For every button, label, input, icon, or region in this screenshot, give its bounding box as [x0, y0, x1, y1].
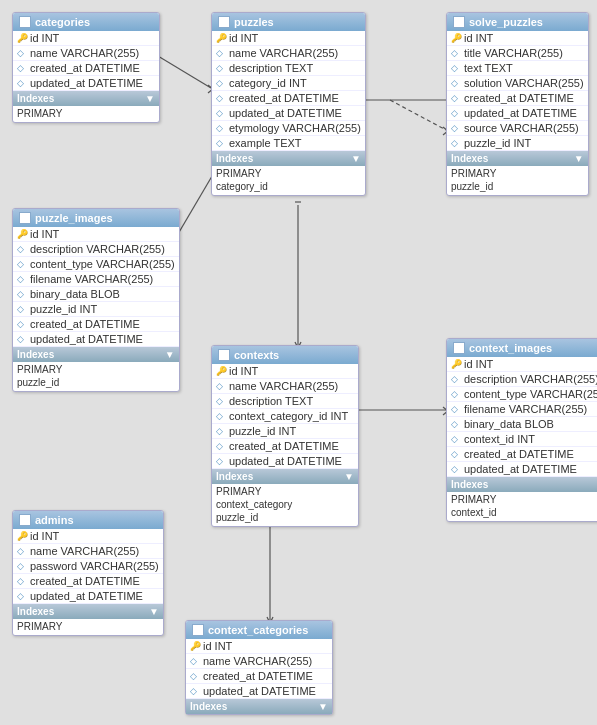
indexes-arrow: ▼	[344, 471, 354, 482]
diamond-icon: ◇	[190, 686, 200, 696]
diamond-icon: ◇	[451, 48, 461, 58]
field-row: ◇ name VARCHAR(255)	[13, 46, 159, 61]
indexes-label: Indexes	[451, 479, 488, 490]
table-title-solve-puzzles: solve_puzzles	[469, 16, 543, 28]
field-row: ◇ name VARCHAR(255)	[212, 379, 358, 394]
table-header-contexts: contexts	[212, 346, 358, 364]
indexes-arrow: ▼	[318, 701, 328, 712]
field-row: ◇ text TEXT	[447, 61, 588, 76]
table-icon-solve-puzzles	[453, 16, 465, 28]
field-name: updated_at DATETIME	[30, 590, 143, 602]
field-name: created_at DATETIME	[203, 670, 313, 682]
field-row: ◇ updated_at DATETIME	[13, 76, 159, 91]
field-row: ◇ example TEXT	[212, 136, 365, 151]
field-row: ◇ category_id INT	[212, 76, 365, 91]
indexes-header: Indexes ▼	[13, 604, 163, 619]
diamond-icon: ◇	[17, 259, 27, 269]
field-row: ◇ name VARCHAR(255)	[13, 544, 163, 559]
field-row: ◇ etymology VARCHAR(255)	[212, 121, 365, 136]
diamond-icon: ◇	[17, 561, 27, 571]
field-row: 🔑 id INT	[212, 31, 365, 46]
diamond-icon: ◇	[190, 671, 200, 681]
table-body-contexts: 🔑 id INT ◇ name VARCHAR(255) ◇ descripti…	[212, 364, 358, 526]
field-name: id INT	[229, 32, 258, 44]
field-row: 🔑 id INT	[13, 227, 179, 242]
field-name: source VARCHAR(255)	[464, 122, 579, 134]
field-row: 🔑 id INT	[186, 639, 332, 654]
indexes-body: PRIMARY context_category puzzle_id	[212, 484, 358, 526]
indexes-body: PRIMARY category_id	[212, 166, 365, 195]
field-row: ◇ updated_at DATETIME	[186, 684, 332, 699]
field-row: ◇ context_category_id INT	[212, 409, 358, 424]
index-row: puzzle_id	[17, 376, 175, 389]
table-header-context-images: context_images	[447, 339, 597, 357]
field-row: ◇ content_type VARCHAR(255)	[13, 257, 179, 272]
field-name: updated_at DATETIME	[464, 463, 577, 475]
field-row: ◇ puzzle_id INT	[13, 302, 179, 317]
indexes-label: Indexes	[216, 153, 253, 164]
index-row: PRIMARY	[17, 107, 155, 120]
field-name: name VARCHAR(255)	[229, 380, 338, 392]
table-categories: categories 🔑 id INT ◇ name VARCHAR(255) …	[12, 12, 160, 123]
indexes-body: PRIMARY puzzle_id	[13, 362, 179, 391]
field-name: filename VARCHAR(255)	[464, 403, 587, 415]
field-name: created_at DATETIME	[229, 440, 339, 452]
diamond-icon: ◇	[17, 48, 27, 58]
field-name: created_at DATETIME	[30, 575, 140, 587]
field-name: description TEXT	[229, 395, 313, 407]
field-name: description VARCHAR(255)	[30, 243, 165, 255]
field-row: ◇ created_at DATETIME	[212, 439, 358, 454]
field-name: created_at DATETIME	[464, 92, 574, 104]
diamond-icon: ◇	[17, 546, 27, 556]
diamond-icon: ◇	[17, 319, 27, 329]
field-row: ◇ name VARCHAR(255)	[186, 654, 332, 669]
key-icon: 🔑	[17, 229, 27, 239]
indexes-arrow: ▼	[149, 606, 159, 617]
field-row: ◇ updated_at DATETIME	[212, 454, 358, 469]
indexes-body: PRIMARY puzzle_id	[447, 166, 588, 195]
field-row: ◇ updated_at DATETIME	[212, 106, 365, 121]
diamond-icon: ◇	[451, 434, 461, 444]
diamond-icon: ◇	[451, 464, 461, 474]
field-name: text TEXT	[464, 62, 513, 74]
diamond-icon: ◇	[17, 591, 27, 601]
field-name: name VARCHAR(255)	[30, 47, 139, 59]
table-icon-puzzle-images	[19, 212, 31, 224]
field-row: ◇ created_at DATETIME	[13, 61, 159, 76]
field-row: ◇ description TEXT	[212, 394, 358, 409]
field-name: puzzle_id INT	[30, 303, 97, 315]
table-header-context-categories: context_categories	[186, 621, 332, 639]
table-title-contexts: contexts	[234, 349, 279, 361]
indexes-arrow: ▼	[145, 93, 155, 104]
diamond-icon: ◇	[451, 63, 461, 73]
indexes-label: Indexes	[216, 471, 253, 482]
indexes-arrow: ▼	[165, 349, 175, 360]
field-row: ◇ context_id INT	[447, 432, 597, 447]
field-name: password VARCHAR(255)	[30, 560, 159, 572]
field-row: ◇ filename VARCHAR(255)	[13, 272, 179, 287]
indexes-body: PRIMARY	[13, 619, 163, 635]
indexes-body: PRIMARY	[13, 106, 159, 122]
diamond-icon: ◇	[451, 404, 461, 414]
field-name: id INT	[30, 32, 59, 44]
diamond-icon: ◇	[216, 456, 226, 466]
diamond-icon: ◇	[451, 449, 461, 459]
field-row: ◇ created_at DATETIME	[447, 447, 597, 462]
indexes-header: Indexes ▼	[447, 477, 597, 492]
field-name: updated_at DATETIME	[229, 107, 342, 119]
table-header-puzzles: puzzles	[212, 13, 365, 31]
field-name: updated_at DATETIME	[30, 77, 143, 89]
diamond-icon: ◇	[451, 108, 461, 118]
field-row: ◇ updated_at DATETIME	[13, 332, 179, 347]
field-row: ◇ updated_at DATETIME	[13, 589, 163, 604]
diamond-icon: ◇	[216, 138, 226, 148]
field-name: created_at DATETIME	[30, 318, 140, 330]
index-row: PRIMARY	[451, 167, 584, 180]
diamond-icon: ◇	[216, 426, 226, 436]
indexes-label: Indexes	[451, 153, 488, 164]
diamond-icon: ◇	[451, 123, 461, 133]
diamond-icon: ◇	[451, 78, 461, 88]
field-name: id INT	[203, 640, 232, 652]
table-contexts: contexts 🔑 id INT ◇ name VARCHAR(255) ◇ …	[211, 345, 359, 527]
indexes-header: Indexes ▼	[13, 347, 179, 362]
